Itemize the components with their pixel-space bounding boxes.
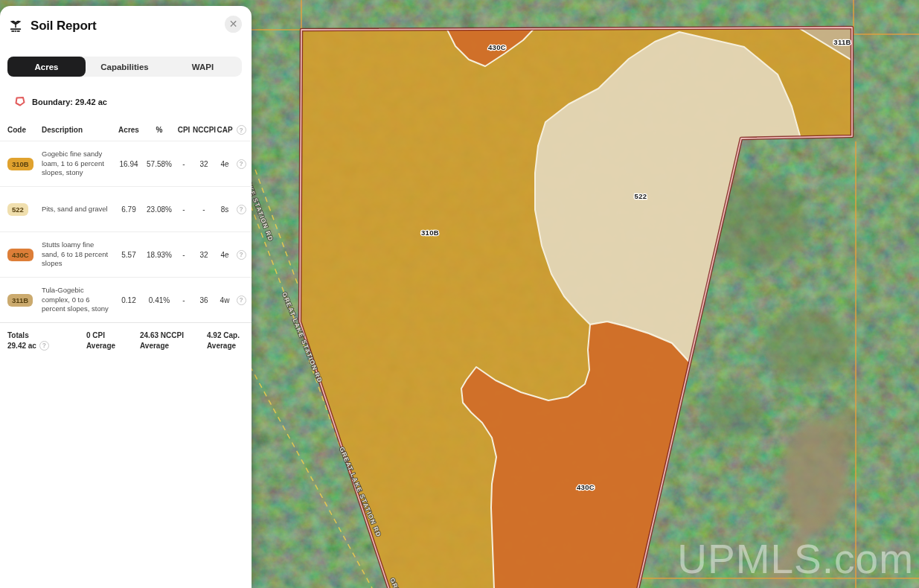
soil-code-badge: 311B <box>7 294 33 307</box>
soil-nccpi: - <box>193 205 215 214</box>
soil-cap: 4e <box>215 251 234 259</box>
watermark: UPMLS.com <box>677 536 914 582</box>
soil-label-430C-top: 430C <box>488 43 506 51</box>
col-code: Code <box>7 126 42 134</box>
soil-table-header: Code Description Acres % CPI NCCPI CAP ? <box>0 125 252 141</box>
soil-cpi: - <box>175 251 193 259</box>
tab-wapi[interactable]: WAPI <box>164 57 242 77</box>
soil-code-badge: 310B <box>7 158 33 170</box>
col-description: Description <box>42 126 114 134</box>
row-help-icon[interactable]: ? <box>237 159 246 169</box>
soil-table: Code Description Acres % CPI NCCPI CAP ?… <box>0 125 252 351</box>
totals-acres: 29.42 ac <box>7 341 36 351</box>
soil-label-522: 522 <box>635 192 647 200</box>
soil-percent: 0.41% <box>144 296 175 304</box>
soil-report-panel: Soil Report ✕ Acres Capabilities WAPI Bo… <box>0 6 252 588</box>
soil-cpi: - <box>175 205 193 214</box>
totals-label: Totals 29.42 ac ? <box>7 330 86 351</box>
soil-cpi: - <box>175 296 193 304</box>
col-percent: % <box>144 126 175 134</box>
tab-capabilities[interactable]: Capabilities <box>86 57 164 77</box>
soil-description: Tula-Gogebic complex, 0 to 6 percent slo… <box>42 286 114 313</box>
soil-cpi: - <box>175 160 193 168</box>
soil-nccpi: 32 <box>193 160 215 168</box>
soil-acres: 5.57 <box>114 251 144 259</box>
boundary-row: Boundary: 29.42 ac <box>14 96 252 107</box>
header-help-icon[interactable]: ? <box>237 125 246 135</box>
totals-cap: 4.92 Cap. Average <box>207 330 246 351</box>
soil-acres: 0.12 <box>114 296 144 304</box>
tab-bar: Acres Capabilities WAPI <box>7 57 242 77</box>
soil-acres: 6.79 <box>114 205 144 214</box>
col-cap: CAP <box>215 126 234 134</box>
soil-nccpi: 32 <box>193 251 215 259</box>
totals-row: Totals 29.42 ac ? 0 CPI Average 24.63 NC… <box>0 322 252 351</box>
totals-cpi: 0 CPI Average <box>86 330 140 351</box>
close-button[interactable]: ✕ <box>225 16 242 33</box>
soil-label-311B: 311B <box>833 38 851 46</box>
panel-title: Soil Report <box>31 19 96 33</box>
col-nccpi: NCCPI <box>193 126 215 134</box>
soil-description: Stutts loamy fine sand, 6 to 18 percent … <box>42 240 114 268</box>
col-acres: Acres <box>114 126 144 134</box>
soil-code-badge: 522 <box>7 203 28 216</box>
table-row: 311B Tula-Gogebic complex, 0 to 6 percen… <box>0 277 252 322</box>
soil-cap: 4w <box>215 296 234 304</box>
soil-description: Pits, sand and gravel <box>42 205 114 214</box>
soil-acres: 16.94 <box>114 160 144 168</box>
panel-header: Soil Report <box>0 6 252 34</box>
boundary-polygon-icon <box>14 96 26 107</box>
soil-nccpi: 36 <box>193 296 215 304</box>
soil-cap: 4e <box>215 160 234 168</box>
boundary-label: Boundary: 29.42 ac <box>32 98 107 106</box>
soil-percent: 23.08% <box>144 205 175 214</box>
table-row: 430C Stutts loamy fine sand, 6 to 18 per… <box>0 231 252 277</box>
row-help-icon[interactable]: ? <box>237 250 246 260</box>
soil-code-badge: 430C <box>7 249 33 261</box>
soil-percent: 18.93% <box>144 251 175 259</box>
col-cpi: CPI <box>175 126 193 134</box>
soil-label-310B: 310B <box>421 229 439 237</box>
soil-plant-icon <box>7 18 24 34</box>
soil-label-430C-bottom: 430C <box>577 483 595 491</box>
row-help-icon[interactable]: ? <box>237 205 246 214</box>
soil-percent: 57.58% <box>144 160 175 168</box>
table-row: 522 Pits, sand and gravel 6.79 23.08% - … <box>0 186 252 231</box>
soil-table-body: 310B Gogebic fine sandy loam, 1 to 6 per… <box>0 141 252 322</box>
row-help-icon[interactable]: ? <box>237 295 246 305</box>
table-row: 310B Gogebic fine sandy loam, 1 to 6 per… <box>0 141 252 186</box>
soil-cap: 8s <box>215 205 234 214</box>
totals-help-icon[interactable]: ? <box>39 341 49 351</box>
soil-description: Gogebic fine sandy loam, 1 to 6 percent … <box>42 150 114 177</box>
tab-acres[interactable]: Acres <box>7 57 86 77</box>
totals-nccpi: 24.63 NCCPI Average <box>140 330 207 351</box>
